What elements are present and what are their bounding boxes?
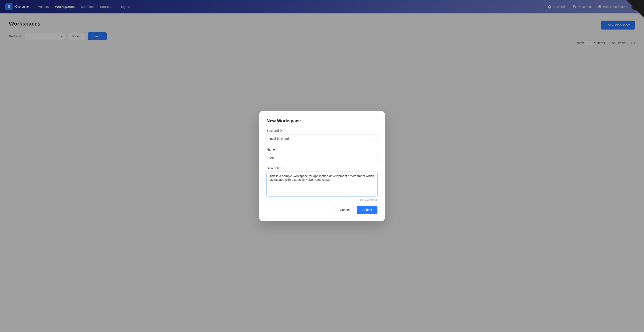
submit-button[interactable]: Submit [357, 206, 378, 214]
new-workspace-modal: New Workspace × BackendID local-backend … [260, 111, 384, 221]
name-input[interactable] [266, 153, 378, 162]
modal-title: New Workspace [266, 118, 378, 124]
backend-id-select[interactable]: local-backend [266, 134, 378, 143]
description-label: Description [266, 166, 378, 170]
backend-id-select-wrapper: local-backend [266, 134, 378, 143]
modal-overlay[interactable]: New Workspace × BackendID local-backend … [0, 0, 644, 332]
modal-close-button[interactable]: × [374, 116, 380, 122]
corner-decoration [626, 0, 644, 18]
backend-id-group: BackendID local-backend [266, 129, 378, 143]
name-group: Name [266, 148, 378, 162]
description-textarea[interactable]: This is a sample workspace for applicati… [266, 172, 378, 196]
word-count: 16 / 200 words [266, 198, 378, 201]
name-label: Name [266, 148, 378, 151]
backend-id-label: BackendID [266, 129, 378, 132]
description-group: Description This is a sample workspace f… [266, 166, 378, 201]
cancel-button[interactable]: Cancel [335, 206, 354, 214]
modal-actions: Cancel Submit [266, 206, 378, 214]
